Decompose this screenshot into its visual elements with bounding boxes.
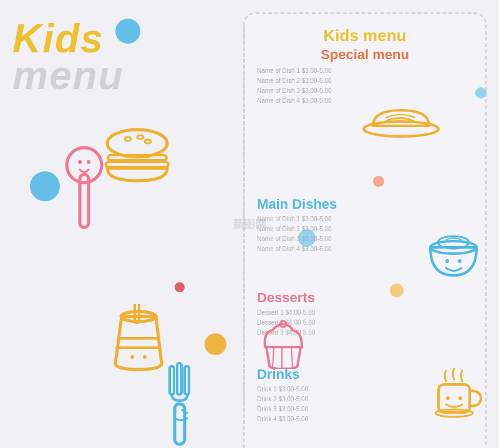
svg-point-3 [87,160,90,164]
svg-point-4 [107,130,167,157]
plate-icon [361,104,442,138]
bowl-icon [427,229,480,279]
desserts-title: Desserts [257,290,473,306]
main-dishes-title: Main Dishes [257,196,473,212]
svg-point-1 [67,148,102,183]
fork-icon [156,357,206,448]
svg-point-13 [143,355,147,359]
kids-menu-heading: Kids menu [257,26,473,45]
svg-point-12 [130,355,134,359]
right-panel: Kids menu Special menu Name of Dish 1 $3… [243,12,487,448]
special-item-1: Name of Dish 1 $3.00-5.00 [257,66,473,76]
svg-point-18 [173,410,177,414]
svg-point-7 [145,140,151,143]
svg-point-29 [446,396,450,400]
svg-rect-27 [438,384,470,412]
hot-cup-icon [432,366,482,419]
left-panel: Kids menu [0,0,243,448]
svg-rect-17 [185,366,189,394]
menu-title: menu [12,55,231,95]
right-header: Kids menu Special menu [257,26,473,63]
main-container: Kids menu [0,0,499,448]
svg-rect-15 [170,366,174,394]
special-item-3: Name of Dish 3 $3.00-5.00 [257,86,473,96]
burger-icon [103,128,172,184]
svg-point-5 [125,137,131,141]
dot-red-1 [175,282,185,292]
svg-point-30 [458,396,462,400]
special-item-2: Name of Dish 2 $3.00-5.00 [257,76,473,86]
svg-point-21 [364,122,438,136]
main-dish-item-1: Name of Dish 1 $3.00-5.00 [257,214,473,224]
svg-point-2 [78,160,82,164]
svg-rect-16 [177,363,182,394]
svg-point-24 [445,259,449,263]
special-items: Name of Dish 1 $3.00-5.00 Name of Dish 2… [257,66,473,106]
svg-point-6 [137,135,143,139]
svg-point-25 [458,259,462,263]
dessert-item-1: Dessert 1 $4.00-5.00 [257,308,473,318]
svg-rect-9 [106,162,168,167]
special-menu-heading: Special menu [257,47,473,63]
